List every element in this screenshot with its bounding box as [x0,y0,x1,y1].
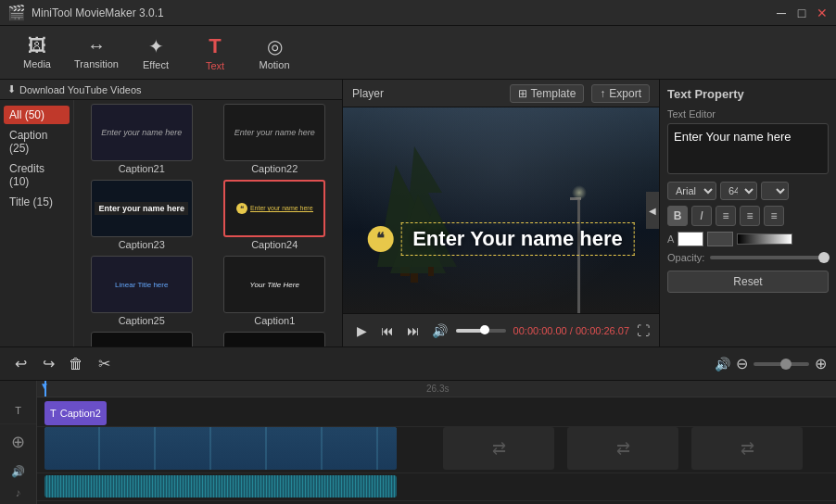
align-right-button[interactable]: ≡ [764,206,784,226]
prev-button[interactable]: ⏮ [378,321,397,340]
category-title[interactable]: Title (15) [4,193,70,211]
redo-button[interactable]: ↪ [37,353,59,375]
text-editor-label: Text Editor [667,108,829,120]
zoom-slider[interactable] [754,362,809,366]
category-credits[interactable]: Credits (10) [4,159,70,191]
progress-bar[interactable] [456,329,506,333]
format-row: B I ≡ ≡ ≡ [667,206,829,226]
line-height-select[interactable]: 1 [761,182,789,200]
next-button[interactable]: ⏭ [404,321,423,340]
italic-button[interactable]: I [691,206,712,226]
ghost-clip-2[interactable]: ⇄ [567,427,678,470]
audio-track [37,473,836,501]
template-button[interactable]: ⊞ Template [510,84,585,103]
opacity-row: Opacity: 100% [667,252,829,263]
player-viewport: ❝ Enter Your name here ◀ [343,107,659,313]
transition-label: Transition [74,58,119,69]
minimize-button[interactable]: ─ [775,6,788,19]
media-label: Media [23,58,51,69]
motion-icon: ◎ [267,35,283,57]
font-size-select[interactable]: 64 [720,182,757,200]
player-area: Player ⊞ Template ↑ Export [343,80,660,346]
list-item[interactable]: Enter your name here Caption21 [78,104,206,174]
undo-button[interactable]: ↩ [9,353,32,375]
color-label: A [667,233,674,245]
music-track-label: ♪ [0,482,36,504]
panel-collapse-button[interactable]: ◀ [646,192,659,229]
title-bar: 🎬 MiniTool MovieMaker 3.0.1 ─ □ ✕ [0,0,836,26]
tool-motion[interactable]: ◎ Motion [247,30,302,76]
category-panel: All (50) Caption (25) Credits (10) Title… [0,100,74,346]
text-editor-box[interactable]: Enter Your name here [667,123,829,174]
thumbnail-grid: Enter your name here Caption21 Enter you… [78,104,338,346]
align-center-button[interactable]: ≡ [740,206,760,226]
reset-button[interactable]: Reset [667,271,829,293]
effect-icon: ✦ [148,35,164,57]
timeline-tracks[interactable]: 26.3s T Caption2 ⇄ [37,381,836,504]
timeline: ↩ ↪ 🗑 ✂ 🔊 ⊖ ⊕ T ⊕ 🔊 ♪ 26.3s [0,346,836,504]
text-track-label: T [0,397,36,424]
media-icon: 🖼 [28,35,46,57]
player-text-content[interactable]: Enter Your name here [400,222,635,256]
close-button[interactable]: ✕ [816,6,829,19]
transfer-icon-3: ⇄ [741,438,754,459]
zoom-in-button[interactable]: ⊕ [815,355,827,372]
opacity-slider[interactable] [710,256,830,259]
right-panel: Text Property Text Editor Enter Your nam… [660,80,836,346]
list-item[interactable]: Caption27 [211,332,339,346]
tool-text[interactable]: T Text [187,30,243,76]
text-overlay[interactable]: ❝ Enter Your name here [367,222,635,256]
light-glow [572,185,587,200]
list-item[interactable]: Your Title Here Caption1 [211,256,339,326]
download-bar[interactable]: ⬇ Download YouTube Videos [0,80,342,100]
zoom-out-button[interactable]: ⊖ [736,355,748,372]
track-labels: T ⊕ 🔊 ♪ [0,381,37,504]
timeline-ruler: 26.3s [37,381,836,397]
tool-transition[interactable]: ↔ Transition [69,30,124,76]
text-icon: T [209,34,221,58]
list-item[interactable]: Linear Title here Caption25 [78,256,206,326]
mute-button[interactable]: 🔊 [430,321,449,340]
audio-clip[interactable] [44,475,397,498]
player-title: Player [352,87,384,100]
maximize-button[interactable]: □ [795,6,808,19]
add-track-button[interactable]: ⊕ [0,424,36,460]
font-family-select[interactable]: Arial [667,182,716,200]
text-label: Text [206,60,224,71]
timeline-tools-right: 🔊 ⊖ ⊕ [715,355,827,372]
left-inner: All (50) Caption (25) Credits (10) Title… [0,100,342,346]
fullscreen-button[interactable]: ⛶ [637,323,650,338]
thumbnails-area[interactable]: Enter your name here Caption21 Enter you… [74,100,342,346]
video-clip-inner [44,427,397,470]
motion-label: Motion [259,59,289,70]
audio-icon: 🔊 [715,357,730,372]
bold-button[interactable]: B [667,206,688,226]
list-item[interactable]: ❝Enter your name here Caption24 [211,180,339,250]
text-color-swatch[interactable] [678,232,703,246]
tool-effect[interactable]: ✦ Effect [128,30,184,76]
text-clip[interactable]: T Caption2 [44,401,107,425]
list-item[interactable]: Enter your name here Caption23 [78,180,206,250]
align-left-button[interactable]: ≡ [716,206,736,226]
export-button[interactable]: ↑ Export [591,84,650,103]
playhead [44,381,46,397]
export-icon: ↑ [600,87,605,100]
category-caption[interactable]: Caption (25) [4,126,70,158]
ghost-clip-1[interactable]: ⇄ [443,427,554,470]
list-item[interactable]: Caption26 [78,332,206,346]
bg-color-swatch[interactable] [707,232,733,246]
list-item[interactable]: Enter your name here Caption22 [211,104,339,174]
delete-button[interactable]: 🗑 [65,353,87,375]
color-gradient-bar[interactable] [737,233,792,245]
video-clip[interactable] [44,427,397,470]
ghost-clip-3[interactable]: ⇄ [691,427,803,470]
category-all[interactable]: All (50) [4,106,70,124]
progress-fill [456,329,486,333]
cut-button[interactable]: ✂ [93,353,115,375]
play-button[interactable]: ▶ [352,321,371,340]
svg-rect-6 [428,267,434,276]
video-track: ⇄ ⇄ ⇄ [37,427,836,473]
transfer-icon-2: ⇄ [616,438,630,459]
tool-media[interactable]: 🖼 Media [9,30,65,76]
player-header-right: ⊞ Template ↑ Export [510,84,650,103]
